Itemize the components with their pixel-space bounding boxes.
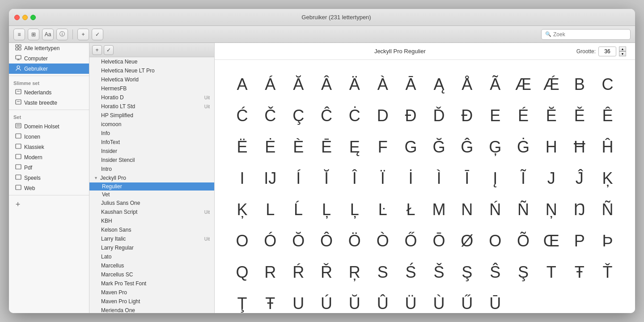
- font-list-item[interactable]: HermesFB: [89, 84, 214, 93]
- char-cell[interactable]: Ű: [453, 288, 481, 313]
- char-cell[interactable]: Đ: [397, 100, 425, 131]
- char-cell[interactable]: Ü: [397, 288, 425, 313]
- font-list-item[interactable]: Horatio LT StdUit: [89, 102, 214, 111]
- char-cell[interactable]: Ġ: [509, 131, 538, 163]
- minimize-button[interactable]: [22, 15, 28, 20]
- add-set-button[interactable]: +: [13, 200, 22, 209]
- char-cell[interactable]: Æ: [509, 69, 538, 100]
- char-cell[interactable]: Ö: [340, 225, 369, 257]
- char-cell[interactable]: Û: [369, 288, 397, 313]
- char-cell[interactable]: M: [425, 194, 453, 225]
- size-input[interactable]: [598, 47, 616, 56]
- font-list-item[interactable]: InfoText: [89, 138, 214, 147]
- char-cell[interactable]: J: [537, 163, 565, 194]
- char-cell[interactable]: Ò: [369, 225, 397, 257]
- char-cell[interactable]: R: [256, 257, 284, 288]
- char-cell[interactable]: L: [256, 194, 284, 225]
- maximize-button[interactable]: [30, 15, 36, 20]
- info-button[interactable]: ⓘ: [56, 29, 68, 40]
- font-list-item[interactable]: Maven Pro: [89, 288, 214, 297]
- char-cell[interactable]: Ď: [425, 100, 453, 131]
- add-font-list-button[interactable]: +: [92, 45, 102, 55]
- font-list-item[interactable]: Marcellus: [89, 261, 214, 270]
- char-cell[interactable]: Ń: [481, 194, 509, 225]
- char-cell[interactable]: Ĩ: [509, 163, 538, 194]
- font-list-item[interactable]: Info: [89, 129, 214, 138]
- char-cell[interactable]: Ŭ: [340, 288, 369, 313]
- search-box[interactable]: 🔍: [541, 29, 631, 40]
- char-cell[interactable]: Ą: [425, 69, 453, 100]
- char-cell[interactable]: Ē: [313, 131, 341, 163]
- char-cell[interactable]: Ŏ: [284, 225, 313, 257]
- char-cell[interactable]: Ī: [453, 163, 481, 194]
- char-cell[interactable]: Ð: [453, 100, 481, 131]
- font-subitem[interactable]: Vet: [89, 191, 214, 199]
- char-cell[interactable]: Ï: [369, 163, 397, 194]
- char-cell[interactable]: O: [228, 225, 256, 257]
- char-cell[interactable]: È: [284, 131, 313, 163]
- char-cell[interactable]: Ě: [565, 100, 593, 131]
- char-cell[interactable]: Í: [284, 163, 313, 194]
- char-cell[interactable]: Œ: [537, 225, 565, 257]
- char-cell[interactable]: Ŀ: [369, 194, 397, 225]
- char-cell[interactable]: Q: [228, 257, 256, 288]
- char-cell[interactable]: Ĉ: [313, 100, 341, 131]
- char-cell[interactable]: Ģ: [481, 131, 509, 163]
- font-list-item[interactable]: Larry ItalicUit: [89, 234, 214, 243]
- font-list-item[interactable]: Merienda One: [89, 306, 214, 313]
- aa-preview-button[interactable]: Aa: [42, 29, 54, 40]
- char-cell[interactable]: Ĵ: [565, 163, 593, 194]
- char-cell[interactable]: Ņ: [537, 194, 565, 225]
- char-cell[interactable]: Ū: [481, 288, 509, 313]
- font-list-item[interactable]: Marcellus SC: [89, 270, 214, 279]
- char-cell[interactable]: Ō: [425, 225, 453, 257]
- char-cell[interactable]: Ę: [340, 131, 369, 163]
- char-cell[interactable]: Ĥ: [593, 131, 622, 163]
- char-cell[interactable]: Ì: [425, 163, 453, 194]
- char-cell[interactable]: Ĭ: [313, 163, 341, 194]
- font-list-item[interactable]: Mark Pro Test Font: [89, 279, 214, 288]
- char-cell[interactable]: D: [369, 100, 397, 131]
- char-cell[interactable]: T: [537, 257, 565, 288]
- add-font-button[interactable]: +: [77, 29, 89, 40]
- char-cell[interactable]: Ş: [509, 257, 538, 288]
- char-cell[interactable]: Ţ: [228, 288, 256, 313]
- char-cell[interactable]: Ê: [593, 100, 622, 131]
- sidebar-item-klassiek[interactable]: Klassiek: [9, 142, 89, 152]
- size-down-button[interactable]: ▼: [619, 51, 626, 56]
- char-cell[interactable]: Ļ: [340, 194, 369, 225]
- size-up-button[interactable]: ▲: [619, 47, 626, 51]
- char-cell[interactable]: Ñ: [509, 194, 538, 225]
- char-cell[interactable]: Ĕ: [537, 100, 565, 131]
- char-cell[interactable]: Ő: [397, 225, 425, 257]
- char-cell[interactable]: Ŧ: [256, 288, 284, 313]
- char-cell[interactable]: IJ: [256, 163, 284, 194]
- char-cell[interactable]: C: [593, 69, 622, 100]
- char-cell[interactable]: S: [369, 257, 397, 288]
- font-list-item[interactable]: HP Simplified: [89, 111, 214, 120]
- grid-view-button[interactable]: ⊞: [28, 29, 39, 40]
- sidebar-item-alle[interactable]: Alle lettertypen: [9, 43, 89, 53]
- sidebar-item-web[interactable]: Web: [9, 183, 89, 193]
- font-list-item[interactable]: Horatio DUit: [89, 93, 214, 102]
- char-cell[interactable]: Ù: [425, 288, 453, 313]
- font-group-header[interactable]: ▼Jeckyll Pro: [89, 174, 214, 182]
- font-list-item[interactable]: Insider Stencil: [89, 156, 214, 165]
- sidebar-item-gebruiker[interactable]: Gebruiker: [9, 64, 89, 74]
- font-list-item[interactable]: Helvetica Neue LT Pro: [89, 66, 214, 75]
- char-cell[interactable]: U: [284, 288, 313, 313]
- char-cell[interactable]: É: [509, 100, 538, 131]
- char-cell[interactable]: Î: [340, 163, 369, 194]
- char-cell[interactable]: P: [565, 225, 593, 257]
- check-font-list-button[interactable]: ✓: [104, 45, 114, 55]
- char-cell[interactable]: Ğ: [425, 131, 453, 163]
- char-cell[interactable]: Ë: [228, 131, 256, 163]
- char-cell[interactable]: Ó: [256, 225, 284, 257]
- char-cell[interactable]: N: [453, 194, 481, 225]
- char-cell[interactable]: A: [228, 69, 256, 100]
- char-cell[interactable]: H: [537, 131, 565, 163]
- close-button[interactable]: [14, 15, 20, 20]
- char-cell[interactable]: Ŝ: [481, 257, 509, 288]
- char-cell[interactable]: Ŧ: [565, 257, 593, 288]
- font-list-item[interactable]: Helvetica Neue: [89, 57, 214, 66]
